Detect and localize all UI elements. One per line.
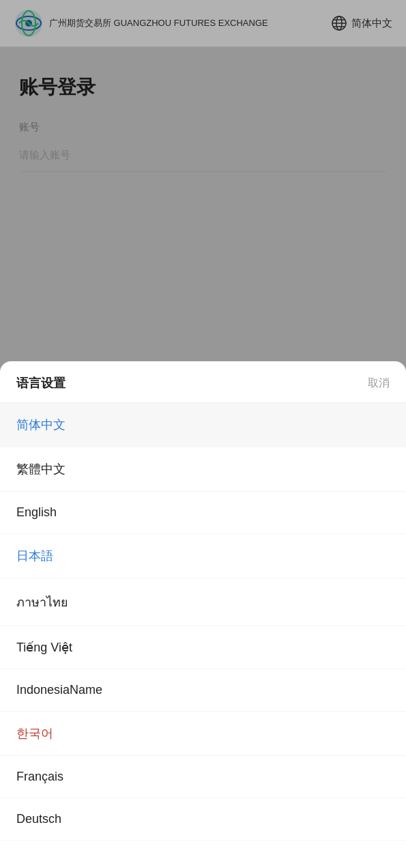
language-item[interactable]: English — [0, 492, 406, 534]
language-item[interactable]: Tiếng Việt — [0, 626, 406, 669]
language-item[interactable]: 繁體中文 — [0, 447, 406, 492]
language-list: 简体中文繁體中文English日本語ภาษาไทยTiếng ViệtIndon… — [0, 403, 406, 841]
language-item[interactable]: 日本語 — [0, 534, 406, 578]
language-item[interactable]: 한국어 — [0, 712, 406, 756]
sheet-title: 语言设置 — [16, 375, 66, 391]
language-item[interactable]: IndonesiaName — [0, 669, 406, 712]
language-item[interactable]: ภาษาไทย — [0, 578, 406, 626]
language-item[interactable]: 简体中文 — [0, 403, 406, 447]
cancel-button[interactable]: 取消 — [368, 376, 390, 391]
sheet-header: 语言设置 取消 — [0, 361, 406, 403]
language-item[interactable]: Deutsch — [0, 798, 406, 841]
language-item[interactable]: Français — [0, 756, 406, 798]
language-sheet: 语言设置 取消 简体中文繁體中文English日本語ภาษาไทยTiếng V… — [0, 361, 406, 868]
